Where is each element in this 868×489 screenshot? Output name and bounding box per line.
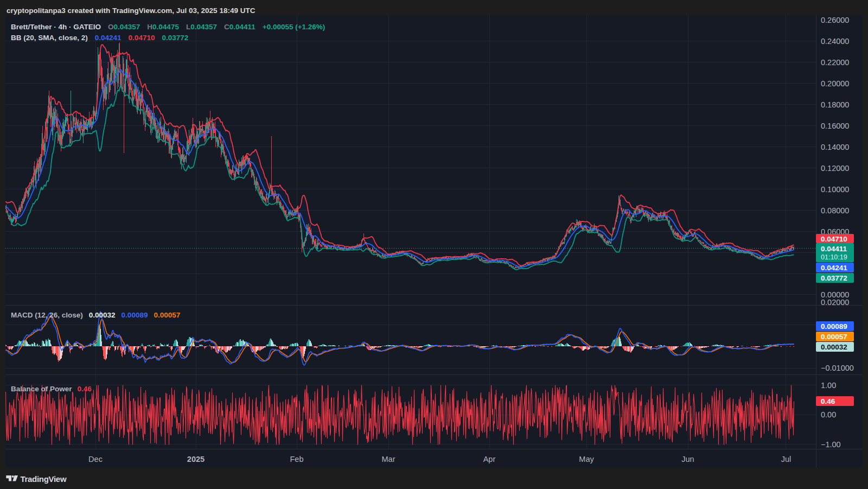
svg-text:TradingView: TradingView bbox=[21, 474, 67, 484]
svg-text:0.46: 0.46 bbox=[821, 397, 835, 405]
svg-text:Jul: Jul bbox=[781, 455, 792, 463]
svg-text:−1.00: −1.00 bbox=[821, 440, 841, 449]
svg-text:BB (20, SMA, close, 2)0.042410: BB (20, SMA, close, 2)0.042410.047100.03… bbox=[11, 34, 188, 42]
svg-text:Mar: Mar bbox=[382, 455, 395, 463]
svg-text:0.04241: 0.04241 bbox=[821, 264, 847, 272]
svg-text:0.26000: 0.26000 bbox=[821, 16, 849, 24]
svg-text:0.22000: 0.22000 bbox=[821, 58, 849, 67]
svg-text:0.00032: 0.00032 bbox=[821, 343, 847, 351]
svg-text:0.08000: 0.08000 bbox=[821, 206, 849, 215]
svg-text:−0.01000: −0.01000 bbox=[821, 364, 854, 372]
svg-text:Jun: Jun bbox=[681, 455, 694, 463]
svg-text:MACD (12, 26, close)0.000320.0: MACD (12, 26, close)0.000320.000890.0005… bbox=[11, 311, 180, 319]
svg-text:0.02000: 0.02000 bbox=[821, 298, 849, 307]
svg-text:0.12000: 0.12000 bbox=[821, 164, 849, 173]
svg-text:0.18000: 0.18000 bbox=[821, 100, 849, 109]
svg-text:01:10:19: 01:10:19 bbox=[821, 253, 847, 261]
svg-text:2025: 2025 bbox=[187, 455, 205, 463]
svg-text:Balance of Power0.46: Balance of Power0.46 bbox=[11, 385, 92, 393]
svg-text:cryptopolitanpa3 created with: cryptopolitanpa3 created with TradingVie… bbox=[7, 7, 256, 15]
svg-text:Brett/Tether · 4h · GATEIOO0.0: Brett/Tether · 4h · GATEIOO0.04357H0.044… bbox=[11, 23, 325, 31]
svg-text:0.00057: 0.00057 bbox=[821, 333, 847, 341]
svg-text:Dec: Dec bbox=[88, 455, 103, 463]
svg-text:Feb: Feb bbox=[290, 455, 304, 463]
svg-text:Apr: Apr bbox=[483, 455, 496, 463]
svg-text:0.00089: 0.00089 bbox=[821, 322, 847, 331]
svg-text:0.20000: 0.20000 bbox=[821, 79, 849, 88]
svg-text:0.04411: 0.04411 bbox=[821, 245, 847, 253]
svg-text:0.10000: 0.10000 bbox=[821, 185, 849, 194]
svg-text:0.14000: 0.14000 bbox=[821, 143, 849, 151]
svg-text:0.24000: 0.24000 bbox=[821, 37, 849, 46]
svg-text:May: May bbox=[579, 455, 594, 463]
svg-text:1.00: 1.00 bbox=[821, 381, 836, 390]
svg-text:0.00: 0.00 bbox=[821, 410, 836, 419]
svg-text:0.16000: 0.16000 bbox=[821, 122, 849, 130]
svg-text:0.03772: 0.03772 bbox=[821, 274, 847, 282]
svg-text:0.04710: 0.04710 bbox=[821, 235, 847, 243]
